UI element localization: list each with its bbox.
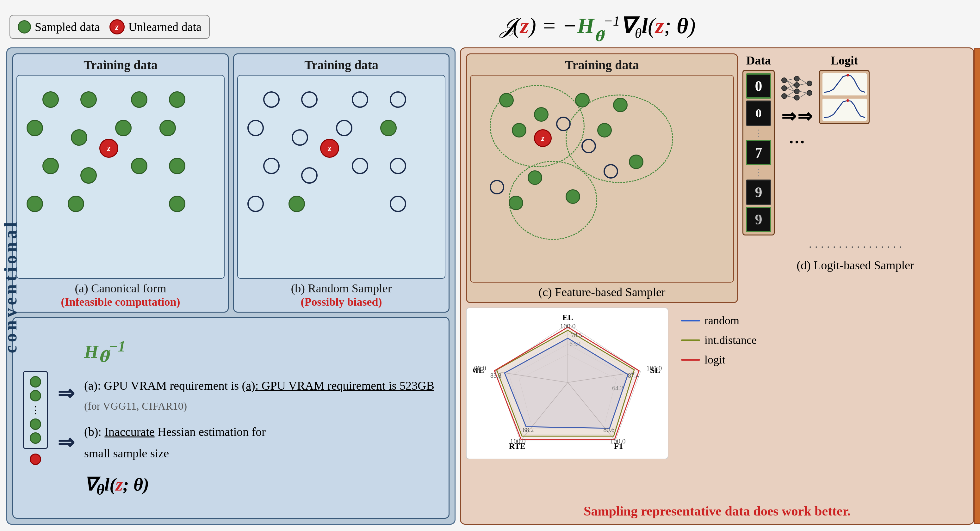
red-neural-dot <box>30 453 41 465</box>
svg-point-0 <box>782 78 787 83</box>
svg-text:88.2: 88.2 <box>523 426 534 433</box>
svg-marker-33 <box>495 327 639 439</box>
dot <box>566 189 580 204</box>
neural-dot <box>30 376 41 387</box>
dot <box>528 170 542 185</box>
diagram-c-label: (c) Feature-based Sampler <box>470 285 734 299</box>
network-icon <box>778 72 816 104</box>
legend-box: Sampled data z Unlearned data <box>10 15 210 39</box>
svg-line-15 <box>787 96 794 98</box>
proposed-panel: Training data <box>460 48 974 525</box>
formula-nabla: ∇ <box>620 14 635 38</box>
arrows-area: ⇒ ⇒ <box>57 382 75 454</box>
dot <box>301 91 318 108</box>
dot <box>247 120 264 136</box>
formula-script-j: 𝒥 <box>501 14 513 38</box>
formula-theta-sub: θ̃ <box>594 29 604 44</box>
dot <box>352 158 368 174</box>
conventional-panel: conventional Training data <box>6 48 455 525</box>
dot <box>390 91 406 108</box>
svg-point-1 <box>782 86 787 91</box>
dot <box>80 91 97 108</box>
dot <box>159 120 176 136</box>
dot <box>131 91 147 108</box>
dot-empty <box>581 139 596 153</box>
dot <box>288 196 305 212</box>
formula-hessian: H <box>577 14 594 38</box>
svg-line-10 <box>787 80 794 85</box>
ellipsis-arrow: … <box>789 128 805 147</box>
svg-text:100.0: 100.0 <box>473 364 486 372</box>
dot <box>499 93 514 108</box>
svg-line-17 <box>799 84 807 85</box>
svg-text:87.4: 87.4 <box>628 372 639 379</box>
dotted-connections-text: · · · · · · · · · · · · · · · · <box>743 240 968 254</box>
svg-line-16 <box>799 79 807 84</box>
dot <box>68 196 84 212</box>
formula-z: z <box>520 14 528 38</box>
neural-dots: ⋮ <box>30 376 41 444</box>
formula-l: l <box>641 14 648 38</box>
legend-random-label: random <box>705 314 739 327</box>
logit-column <box>819 70 870 124</box>
arrow-right-2: ⇒ <box>797 106 812 127</box>
mnist-7: 7 <box>746 140 771 165</box>
radar-legend: random int.distance logit <box>675 308 763 372</box>
unlearned-dot-c: z <box>534 129 552 147</box>
main-formula: 𝒥(z) = −Hθ̃−1∇θl(z; θ) <box>229 13 968 41</box>
diagram-c-title: Training data <box>470 57 734 72</box>
legend-int-dist-line <box>681 339 700 341</box>
ellipsis-data: ⋮ <box>746 128 771 138</box>
proposed-top: Training data <box>466 54 968 303</box>
neural-dot <box>30 433 41 444</box>
formula-section: ⋮ ⇒ ⇒ Hθ̃−1 <box>12 317 450 519</box>
legend-random-line <box>681 320 700 322</box>
data-col-header: Data <box>746 54 771 67</box>
diagram-c: Training data <box>466 54 738 303</box>
ellipsis-data2: ⋮ <box>746 167 771 178</box>
dot <box>247 196 264 212</box>
formula-z2: z <box>655 14 663 38</box>
dot <box>263 158 280 174</box>
proposed-sidebar: proposed <box>974 48 980 524</box>
dot-empty <box>556 117 571 131</box>
diagram-b-canvas: z <box>237 75 445 279</box>
dot-empty <box>490 180 504 194</box>
unlearned-dot-b: z <box>320 139 339 158</box>
svg-point-5 <box>794 89 799 94</box>
top-diagrams: Training data <box>12 54 450 312</box>
svg-text:83.8: 83.8 <box>490 372 501 379</box>
dot <box>27 120 43 136</box>
mnist-9-2: 9 <box>746 207 771 232</box>
sampled-label: Sampled data <box>35 20 100 34</box>
mnist-0-selected: 0 <box>746 73 771 98</box>
dot <box>301 167 318 184</box>
mnist-9: 9 <box>746 179 771 205</box>
green-dot-icon <box>18 20 31 33</box>
svg-point-8 <box>807 90 812 95</box>
gradient-formula: ∇θl(z; θ) <box>84 474 434 498</box>
dot <box>629 155 643 169</box>
diagram-a-sublabel: (Infeasible computation) <box>16 295 224 309</box>
data-column: 0 0 ⋮ 7 ⋮ 9 9 <box>743 70 775 236</box>
dot <box>71 129 87 146</box>
legend-random: random <box>681 314 757 327</box>
formula-a-text: (a): GPU VRAM requirement is (a): GPU VR… <box>84 375 434 396</box>
formula-b2-text: small sample size <box>84 442 434 464</box>
diagram-b-title: Training data <box>237 57 445 72</box>
diagram-a: Training data <box>12 54 229 312</box>
dot <box>169 91 185 108</box>
legend-logit: logit <box>681 353 757 366</box>
svg-line-14 <box>787 91 794 96</box>
unlearned-label: Unlearned data <box>129 20 202 34</box>
dot <box>613 98 628 112</box>
svg-point-3 <box>794 76 799 81</box>
diagram-d-area: Data 0 0 ⋮ 7 ⋮ 9 9 <box>743 54 968 303</box>
svg-point-7 <box>807 81 812 86</box>
dot <box>512 123 527 138</box>
dot <box>169 158 185 174</box>
diagram-a-canvas: z <box>16 75 224 279</box>
legend-sampled: Sampled data <box>18 20 100 34</box>
dot <box>292 129 308 146</box>
data-column-wrapper: Data 0 0 ⋮ 7 ⋮ 9 9 <box>743 54 775 236</box>
